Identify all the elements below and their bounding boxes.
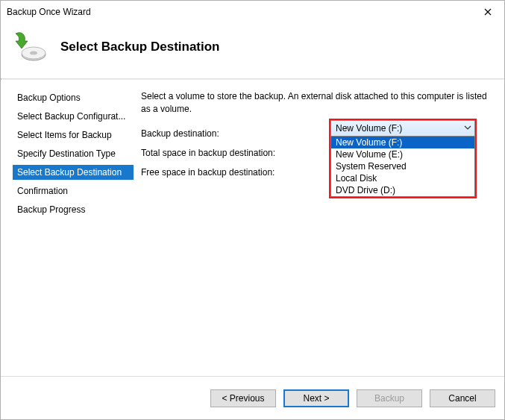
- sidebar-item-select-config[interactable]: Select Backup Configurat...: [13, 109, 134, 124]
- backup-destination-combo[interactable]: New Volume (F:): [330, 120, 475, 137]
- sidebar-item-confirmation[interactable]: Confirmation: [13, 184, 134, 198]
- total-space-label: Total space in backup destination:: [141, 148, 329, 158]
- close-icon: [484, 8, 492, 16]
- combo-selected-text: New Volume (F:): [336, 123, 402, 134]
- sidebar: Backup Options Select Backup Configurat.…: [1, 80, 135, 376]
- combo-dropdown-list: New Volume (F:) New Volume (E:) System R…: [330, 137, 475, 197]
- titlebar: Backup Once Wizard: [1, 1, 504, 23]
- main-panel: Select a volume to store the backup. An …: [135, 80, 504, 376]
- free-space-label: Free space in backup destination:: [141, 167, 329, 178]
- combo-option[interactable]: New Volume (E:): [331, 148, 474, 160]
- page-title: Select Backup Destination: [60, 40, 220, 54]
- sidebar-item-select-destination[interactable]: Select Backup Destination: [13, 165, 134, 180]
- app-icon: [11, 29, 47, 65]
- window-title: Backup Once Wizard: [7, 7, 471, 17]
- combo-option[interactable]: New Volume (F:): [331, 137, 474, 148]
- chevron-down-icon: [464, 124, 471, 131]
- sidebar-item-select-items[interactable]: Select Items for Backup: [13, 128, 134, 142]
- combo-option[interactable]: Local Disk: [331, 172, 474, 184]
- footer: < Previous Next > Backup Cancel: [1, 376, 504, 419]
- highlight-box: New Volume (F:) New Volume (F:) New Volu…: [329, 119, 477, 198]
- sidebar-item-backup-progress[interactable]: Backup Progress: [13, 202, 134, 217]
- cancel-button[interactable]: Cancel: [430, 389, 495, 407]
- backup-button: Backup: [357, 389, 422, 407]
- header: Select Backup Destination: [1, 23, 504, 78]
- sidebar-item-destination-type[interactable]: Specify Destination Type: [13, 146, 134, 161]
- svg-point-2: [30, 51, 37, 55]
- close-button[interactable]: [471, 1, 504, 23]
- combo-option[interactable]: System Reserved: [331, 160, 474, 172]
- previous-button[interactable]: < Previous: [210, 389, 276, 407]
- wizard-window: Backup Once Wizard Select Backup Destina…: [0, 0, 505, 420]
- backup-destination-label: Backup destination:: [141, 128, 329, 139]
- combo-option[interactable]: DVD Drive (D:): [331, 184, 474, 196]
- body: Backup Options Select Backup Configurat.…: [1, 80, 504, 376]
- sidebar-item-backup-options[interactable]: Backup Options: [13, 90, 134, 105]
- description-text: Select a volume to store the backup. An …: [141, 90, 491, 116]
- next-button[interactable]: Next >: [283, 389, 349, 407]
